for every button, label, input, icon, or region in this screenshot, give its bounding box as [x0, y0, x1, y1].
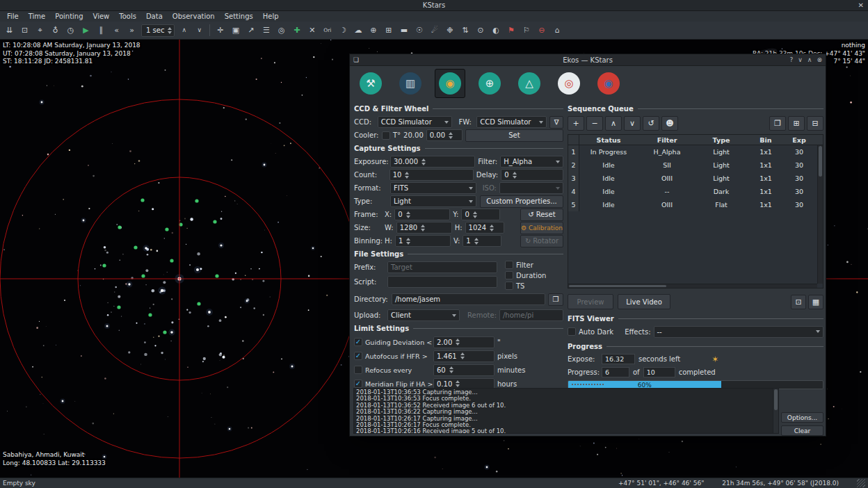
limit-spinbox[interactable]: 2.00 [433, 336, 495, 348]
comets-icon[interactable]: ☄ [427, 23, 442, 38]
observation-flag-icon[interactable]: ⚐ [519, 23, 533, 38]
open-sequence-icon[interactable]: ❐ [769, 116, 786, 131]
tab-scheduler[interactable]: ▥ [395, 69, 426, 98]
decrease-timestep-icon[interactable]: ∨ [192, 23, 207, 38]
sequence-horizontal-scrollbar[interactable] [568, 284, 817, 288]
live-video-button[interactable]: Live Video [618, 294, 670, 309]
resize-grip[interactable] [857, 479, 865, 487]
custom-properties-button[interactable]: Custom Properties... [480, 195, 563, 208]
pointing-icon[interactable]: ✛ [213, 23, 227, 38]
shade-icon[interactable]: ∨ [798, 56, 803, 63]
sequence-row[interactable]: 2 Idle SII Light 1x1 30 [568, 158, 823, 172]
whats-interesting-icon[interactable]: ⊙ [473, 23, 488, 38]
menu-item[interactable]: View [88, 11, 115, 22]
prefix-ts-checkbox[interactable] [505, 282, 513, 290]
binning-v-spinbox[interactable]: 1 [463, 235, 501, 247]
column-bin[interactable]: Bin [746, 136, 785, 144]
deep-sky-objects-icon[interactable]: ◎ [274, 23, 289, 38]
remove-job-icon[interactable]: − [586, 116, 603, 131]
upload-combo[interactable]: Client [387, 309, 460, 321]
frame-x-spinbox[interactable]: 0 [394, 209, 450, 220]
script-input[interactable] [387, 276, 497, 288]
observer-icon[interactable]: ☻ [661, 116, 678, 131]
dome-icon[interactable]: ⌂ [549, 23, 564, 38]
rotator-button[interactable]: ↻Rotator [520, 235, 563, 247]
ecliptic-icon[interactable]: ↗ [243, 23, 258, 38]
sky-image-icon[interactable]: ▣ [228, 23, 243, 38]
tab-guide[interactable]: ◎ [554, 69, 584, 98]
horizon-icon[interactable]: ▬ [396, 23, 411, 38]
sequence-vertical-scrollbar[interactable] [817, 145, 823, 284]
column-filter[interactable]: Filter [638, 136, 696, 144]
count-spinbox[interactable]: 10 [389, 169, 474, 181]
menu-item[interactable]: Tools [114, 11, 141, 22]
move-job-down-icon[interactable]: ∨ [624, 116, 641, 131]
tab-focus[interactable]: ⊕ [474, 69, 505, 98]
auto-dark-checkbox[interactable] [568, 327, 576, 336]
sequence-row[interactable]: 1 In Progress H_Alpha Light 1x1 30 [568, 145, 823, 158]
step-backward-icon[interactable]: « [109, 23, 124, 38]
fw-combo[interactable]: CCD Simulator [476, 116, 547, 128]
column-status[interactable]: Status [579, 136, 638, 144]
fits-display-icon[interactable]: ▦ [808, 295, 823, 309]
constellation-names-icon[interactable]: Ori [320, 23, 335, 38]
save-sequence-as-icon[interactable]: ⊟ [807, 116, 823, 131]
constellation-lines-icon[interactable]: ✕ [305, 23, 319, 38]
limit-spinbox[interactable]: 60 [433, 364, 495, 376]
exposure-spinbox[interactable]: 30.000 [390, 156, 475, 168]
solar-system-icon[interactable]: ☉ [412, 23, 426, 38]
type-combo[interactable]: Light [390, 195, 476, 207]
clear-button[interactable]: Clear [781, 425, 823, 436]
sky-map[interactable]: LT: 10:28:08 AM Saturday, January 13, 20… [0, 40, 868, 478]
tab-capture[interactable]: ◉ [435, 69, 465, 98]
timestep-spinbox[interactable]: 1 sec [141, 24, 175, 37]
menu-item[interactable]: Pointing [50, 11, 88, 22]
stars-icon[interactable]: ✚ [289, 23, 304, 38]
step-forward-icon[interactable]: » [124, 23, 139, 38]
ccd-combo[interactable]: CCD Simulator [378, 116, 452, 128]
menu-item[interactable]: Help [258, 11, 284, 22]
binning-h-spinbox[interactable]: 1 [395, 235, 451, 247]
options-button[interactable]: Options... [781, 412, 823, 423]
observing-list-icon[interactable]: ☰ [259, 23, 273, 38]
menu-item[interactable]: File [2, 11, 24, 22]
limit-checkbox[interactable] [354, 338, 362, 346]
move-job-up-icon[interactable]: ∧ [605, 116, 622, 131]
menu-item[interactable]: Observation [168, 11, 220, 22]
projection-icon[interactable]: ◐ [488, 23, 503, 38]
window-titlebar[interactable]: KStars ✕ [0, 0, 868, 11]
limit-spinbox[interactable]: 1.461 [433, 350, 495, 362]
download-data-icon[interactable]: ⇊ [2, 23, 17, 38]
save-sequence-icon[interactable]: ⊞ [788, 116, 805, 131]
full-frame-icon[interactable]: ⊡ [791, 295, 806, 309]
log-view[interactable]: 2018-01-13T10:36:53 Capturing image...20… [353, 388, 779, 434]
supernovae-icon[interactable]: ❉ [442, 23, 457, 38]
help-icon[interactable]: ? [789, 56, 793, 63]
menu-item[interactable]: Settings [220, 11, 258, 22]
sequence-row[interactable]: 3 Idle OIII Light 1x1 30 [568, 172, 823, 185]
fov-symbol-icon[interactable]: ⊡ [17, 23, 32, 38]
set-time-icon[interactable]: ◷ [63, 23, 78, 38]
satellites-icon[interactable]: ⇅ [458, 23, 472, 38]
filter-wheel-icon[interactable]: ∇ [549, 116, 563, 129]
size-w-spinbox[interactable]: 1280 [396, 222, 452, 234]
restore-icon[interactable]: ∧ [807, 56, 812, 63]
equatorial-grid-icon[interactable]: ⊕ [366, 23, 380, 38]
format-combo[interactable]: FITS [390, 182, 476, 194]
reset-frame-button[interactable]: ↺Reset [520, 209, 563, 221]
column-exp[interactable]: Exp [785, 136, 813, 144]
add-job-icon[interactable]: + [568, 116, 584, 131]
limit-checkbox[interactable] [354, 366, 362, 374]
ekos-titlebar[interactable]: ❏ Ekos — KStars ?∨∧⊗ [350, 54, 826, 66]
prefix-input[interactable]: Target [387, 261, 497, 273]
sequence-row[interactable]: 5 Idle OIII Flat 1x1 30 [568, 198, 823, 211]
browse-folder-icon[interactable]: ❐ [548, 293, 563, 306]
temp-spinbox[interactable]: 0.00 [426, 129, 463, 141]
pause-clock-icon[interactable]: ∥ [94, 23, 108, 38]
size-h-spinbox[interactable]: 1024 [465, 222, 504, 234]
menu-item[interactable]: Time [24, 11, 50, 22]
horizontal-grid-icon[interactable]: ⊞ [381, 23, 396, 38]
directory-input[interactable]: /home/jasem [392, 293, 545, 305]
tab-setup[interactable]: ⚒ [355, 69, 386, 98]
increase-timestep-icon[interactable]: ∧ [177, 23, 191, 38]
